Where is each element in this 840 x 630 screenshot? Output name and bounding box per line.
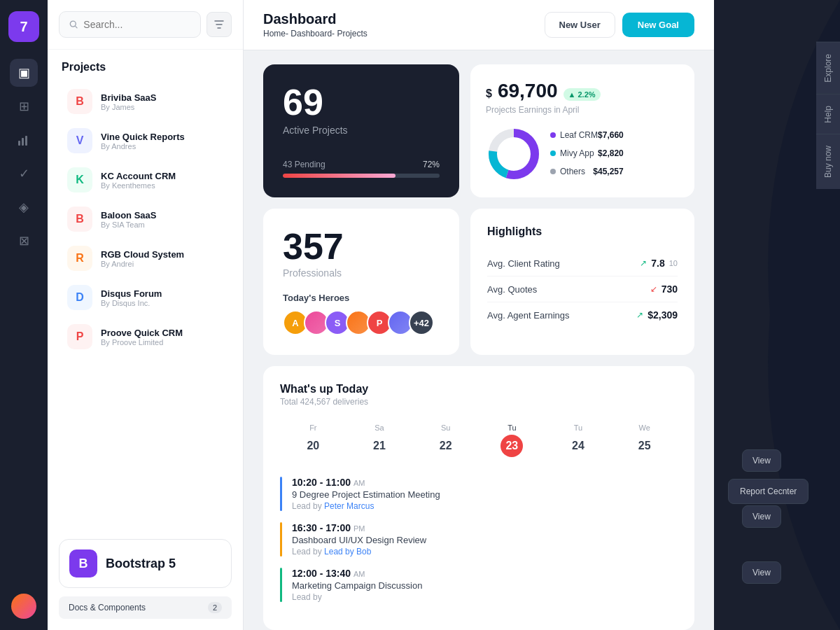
- buy-now-button[interactable]: Buy now: [816, 134, 840, 189]
- project-item[interactable]: V Vine Quick Reports By Andres: [53, 121, 237, 160]
- nav-rail: 7 ▣ ⊞ ✓ ◈ ⊠: [0, 0, 48, 630]
- day-number: 21: [368, 435, 391, 457]
- project-name: Vine Quick Reports: [101, 132, 223, 142]
- event-lead-link[interactable]: Peter Marcus: [324, 501, 374, 511]
- event-item: 10:20 - 11:00 AM 9 Degree Project Estima…: [280, 477, 678, 511]
- event-lead-link[interactable]: Lead by Bob: [324, 547, 371, 556]
- project-name: RGB Cloud System: [101, 249, 223, 260]
- project-by: By Proove Limited: [101, 338, 223, 346]
- calendar-day[interactable]: Tu 23: [479, 418, 545, 463]
- day-name: Tu: [548, 424, 609, 432]
- view-button-3[interactable]: View: [742, 561, 781, 584]
- active-projects-card: 69 Active Projects 43 Pending 72%: [263, 64, 459, 197]
- day-name: Su: [415, 424, 476, 432]
- project-by: By Andres: [101, 142, 223, 150]
- highlight-secondary: 10: [669, 259, 678, 267]
- avatar: +42: [409, 310, 434, 335]
- filter-button[interactable]: [206, 12, 232, 37]
- search-box[interactable]: [59, 11, 201, 38]
- view-button-2[interactable]: View: [742, 505, 781, 528]
- event-border: [280, 477, 282, 511]
- project-icon: P: [67, 324, 92, 349]
- main-content: Dashboard Home- Dashboard- Projects New …: [244, 0, 714, 630]
- project-item[interactable]: D Disqus Forum By Disqus Inc.: [53, 278, 237, 317]
- event-time: 12:00 - 13:40 AM: [292, 568, 678, 579]
- pending-label: 43 Pending 72%: [283, 160, 440, 169]
- search-input[interactable]: [83, 19, 190, 30]
- earnings-label: Projects Earnings in April: [486, 105, 679, 115]
- svg-rect-0: [18, 141, 20, 146]
- highlight-item: Avg. Agent Earnings ↗ $2,309: [487, 302, 678, 328]
- professionals-number: 357: [283, 228, 440, 265]
- avatars-row: ASP+42: [283, 310, 440, 335]
- help-button[interactable]: Help: [816, 94, 840, 134]
- legend-item: Others $45,257: [550, 167, 624, 176]
- side-buttons: Explore Help Buy now: [816, 42, 840, 189]
- highlights-list: Avg. Client Rating ↗ 7.8 10 Avg. Quotes …: [487, 251, 678, 328]
- nav-icon-box[interactable]: ⊠: [10, 227, 38, 255]
- highlight-value: $2,309: [648, 309, 678, 321]
- legend-value: $45,257: [593, 167, 623, 176]
- event-content: 12:00 - 13:40 AM Marketing Campaign Disc…: [292, 568, 678, 602]
- active-projects-label: Active Projects: [283, 125, 440, 136]
- svg-rect-1: [22, 138, 24, 146]
- report-center-button[interactable]: Report Cecnter: [728, 479, 808, 504]
- nav-icon-layers[interactable]: ◈: [10, 193, 38, 221]
- event-time: 10:20 - 11:00 AM: [292, 477, 678, 488]
- calendar-day[interactable]: Tu 24: [545, 418, 612, 463]
- highlight-value-container: ↗ 7.8 10: [640, 258, 678, 269]
- project-item[interactable]: P Proove Quick CRM By Proove Limited: [53, 317, 237, 356]
- highlights-card: Highlights Avg. Client Rating ↗ 7.8 10 A…: [470, 209, 694, 355]
- pending-row: 43 Pending 72%: [283, 160, 440, 178]
- projects-title: Projects: [48, 50, 243, 79]
- legend-name: Mivy App: [550, 148, 598, 158]
- nav-avatar: 7: [8, 11, 39, 42]
- explore-button[interactable]: Explore: [816, 42, 840, 94]
- highlights-title: Highlights: [487, 225, 678, 238]
- new-user-button[interactable]: New User: [545, 12, 615, 38]
- project-item[interactable]: B Baloon SaaS By SIA Team: [53, 200, 237, 239]
- project-item[interactable]: R RGB Cloud System By Andrei: [53, 239, 237, 278]
- active-projects-number: 69: [283, 84, 440, 120]
- page-title: Dashboard: [263, 11, 368, 27]
- docs-button[interactable]: Docs & Components 2: [59, 596, 232, 619]
- nav-icon-grid[interactable]: ⊞: [10, 92, 38, 120]
- sidebar-search-area: [48, 0, 243, 50]
- nav-icon-dashboard[interactable]: ▣: [10, 59, 38, 87]
- highlight-value: 730: [662, 284, 678, 295]
- project-name: Disqus Forum: [101, 288, 223, 299]
- new-goal-button[interactable]: New Goal: [622, 13, 694, 37]
- legend-dot: [550, 150, 556, 156]
- calendar-day[interactable]: Fr 20: [280, 418, 346, 463]
- project-icon: D: [67, 285, 92, 310]
- project-by: By James: [101, 103, 223, 111]
- highlight-item: Avg. Client Rating ↗ 7.8 10: [487, 251, 678, 276]
- highlight-item: Avg. Quotes ↙ 730: [487, 276, 678, 302]
- day-name: Tu: [482, 424, 542, 432]
- event-lead: Lead by: [292, 592, 678, 602]
- project-item[interactable]: K KC Account CRM By Keenthemes: [53, 160, 237, 200]
- event-time: 16:30 - 17:00 PM: [292, 522, 678, 533]
- project-name: Proove Quick CRM: [101, 328, 223, 338]
- calendar-day[interactable]: We 25: [611, 418, 678, 463]
- event-period: PM: [354, 524, 365, 533]
- legend-item: Leaf CRM $7,660: [550, 130, 624, 140]
- sidebar: Projects B Briviba SaaS By James V Vine …: [48, 0, 244, 630]
- trend-icon: ↗: [640, 258, 647, 268]
- donut-chart: [486, 126, 542, 182]
- header: Dashboard Home- Dashboard- Projects New …: [244, 0, 714, 50]
- calendar-days: Fr 20 Sa 21 Su 22 Tu 23 Tu 24 We 25: [280, 418, 678, 463]
- nav-icon-check[interactable]: ✓: [10, 160, 38, 188]
- project-by: By Disqus Inc.: [101, 299, 223, 307]
- project-item[interactable]: B Briviba SaaS By James: [53, 82, 237, 121]
- earnings-amount: 69,700: [498, 80, 558, 102]
- event-border: [280, 568, 282, 602]
- calendar-day[interactable]: Su 22: [412, 418, 479, 463]
- nav-icon-chart[interactable]: [10, 126, 38, 154]
- project-icon: K: [67, 167, 92, 192]
- calendar-day[interactable]: Sa 21: [346, 418, 413, 463]
- professionals-label: Professionals: [283, 267, 440, 279]
- highlight-value-container: ↙ 730: [650, 284, 678, 295]
- user-avatar[interactable]: [11, 594, 36, 619]
- view-button-1[interactable]: View: [742, 449, 781, 472]
